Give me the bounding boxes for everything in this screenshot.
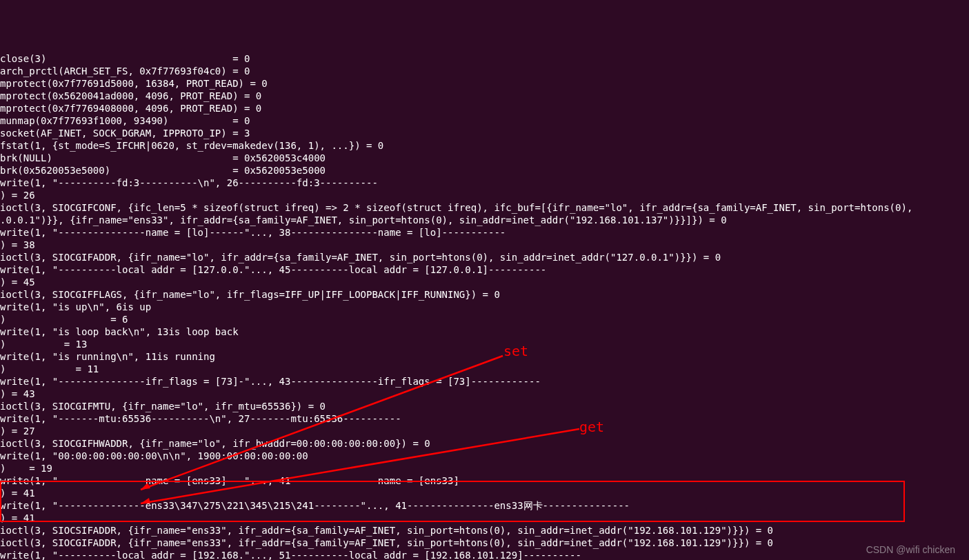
terminal-line: ) = 26 [0, 189, 969, 201]
terminal-line: munmap(0x7f77693f1000, 93490) = 0 [0, 114, 969, 127]
terminal-line: ) = 13 [0, 338, 969, 350]
terminal-line: socket(AF_INET, SOCK_DGRAM, IPPROTO_IP) … [0, 127, 969, 139]
terminal-line: write(1, "---------------name = [ens33]-… [0, 474, 969, 487]
terminal-line: ioctl(3, SIOCGIFMTU, {ifr_name="lo", ifr… [0, 400, 969, 412]
terminal-line: ) = 45 [0, 276, 969, 288]
terminal-line: brk(0x5620053e5000) = 0x5620053e5000 [0, 164, 969, 177]
terminal-line: ) = 19 [0, 462, 969, 474]
terminal-line: ioctl(3, SIOCSIFADDR, {ifr_name="ens33",… [0, 524, 969, 537]
terminal-output: close(3) = 0arch_prctl(ARCH_SET_FS, 0x7f… [0, 50, 969, 560]
terminal-line: write(1, "-------mtu:65536----------\n",… [0, 412, 969, 425]
terminal-line: close(3) = 0 [0, 52, 969, 65]
annotation-set: set [503, 345, 528, 357]
watermark: CSDN @wifi chicken [866, 543, 955, 556]
terminal-line: ) = 43 [0, 388, 969, 400]
terminal-line: mprotect(0x5620041ad000, 4096, PROT_READ… [0, 90, 969, 102]
terminal-line: write(1, "----------local addr = [192.16… [0, 549, 969, 560]
terminal-line: write(1, "---------------ens33\347\275\2… [0, 499, 969, 512]
terminal-line: mprotect(0x7f7769408000, 4096, PROT_READ… [0, 102, 969, 114]
terminal-line: ioctl(3, SIOCGIFADDR, {ifr_name="ens33",… [0, 537, 969, 549]
terminal-line: brk(NULL) = 0x5620053c4000 [0, 152, 969, 164]
terminal-line: ) = 6 [0, 313, 969, 326]
terminal-line: .0.0.1")}}, {ifr_name="ens33", ifr_addr=… [0, 214, 969, 226]
annotation-get: get [579, 421, 604, 433]
terminal-line: ) = 41 [0, 512, 969, 524]
terminal-line: write(1, "---------------ifr_flags = [73… [0, 375, 969, 388]
terminal-line: write(1, "is loop back\n", 13is loop bac… [0, 326, 969, 338]
terminal-line: ) = 41 [0, 487, 969, 499]
terminal-line: ioctl(3, SIOCGIFADDR, {ifr_name="lo", if… [0, 251, 969, 263]
terminal-line: write(1, "is running\n", 11is running [0, 350, 969, 363]
terminal-line: ) = 11 [0, 363, 969, 375]
terminal-line: arch_prctl(ARCH_SET_FS, 0x7f77693f04c0) … [0, 65, 969, 77]
terminal-line: fstat(1, {st_mode=S_IFCHR|0620, st_rdev=… [0, 139, 969, 152]
terminal-line: write(1, "----------fd:3----------\n", 2… [0, 177, 969, 189]
terminal-line: ) = 27 [0, 425, 969, 437]
terminal-line: write(1, "is up\n", 6is up [0, 301, 969, 313]
terminal-line: write(1, "---------------name = [lo]----… [0, 226, 969, 239]
terminal-line: ioctl(3, SIOCGIFCONF, {ifc_len=5 * sizeo… [0, 201, 969, 214]
terminal-line: ioctl(3, SIOCGIFFLAGS, {ifr_name="lo", i… [0, 288, 969, 301]
terminal-line: write(1, "00:00:00:00:00:00\n\n", 1900:0… [0, 450, 969, 462]
terminal-line: mprotect(0x7f77691d5000, 16384, PROT_REA… [0, 77, 969, 90]
terminal-line: ioctl(3, SIOCGIFHWADDR, {ifr_name="lo", … [0, 437, 969, 450]
terminal-line: ) = 38 [0, 239, 969, 251]
terminal-line: write(1, "----------local addr = [127.0.… [0, 263, 969, 276]
